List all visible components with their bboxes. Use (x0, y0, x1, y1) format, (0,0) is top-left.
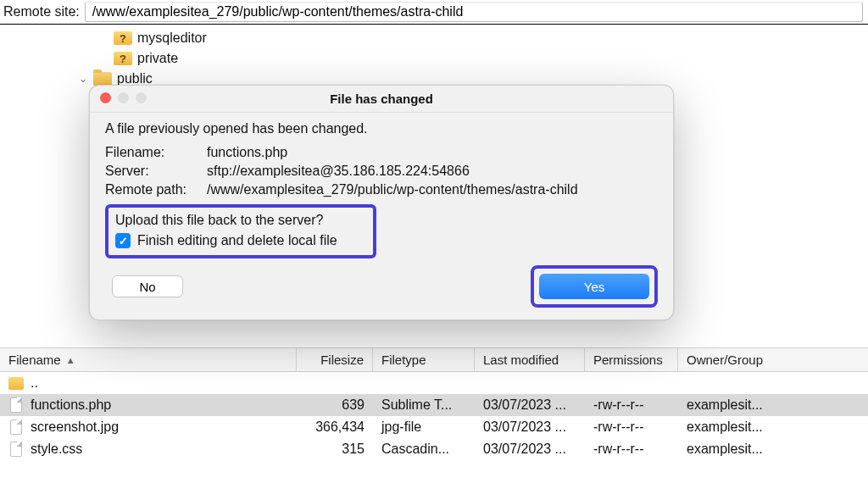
column-filesize[interactable]: Filesize (297, 348, 373, 371)
folder-unknown-icon: ? (114, 51, 132, 66)
file-name: screenshot.jpg (31, 419, 119, 435)
column-filetype[interactable]: Filetype (373, 348, 475, 371)
remote-path-input[interactable] (85, 2, 863, 22)
file-list-body: .. functions.php 639 Sublime T... 03/07/… (0, 372, 868, 460)
column-permissions[interactable]: Permissions (585, 348, 678, 371)
file-owner: examplesit... (678, 419, 788, 435)
server-label: Server: (105, 164, 207, 179)
file-name: style.css (31, 442, 82, 457)
remote-site-label: Remote site: (2, 3, 85, 21)
file-row[interactable]: functions.php 639 Sublime T... 03/07/202… (0, 394, 868, 416)
dialog-message: A file previously opened has been change… (105, 121, 658, 136)
server-value: sftp://examplesitea@35.186.185.224:54866 (207, 164, 658, 179)
finish-editing-checkbox[interactable]: ✓ Finish editing and delete local file (115, 233, 364, 248)
upload-prompt-highlight: Upload this file back to the server? ✓ F… (105, 204, 376, 258)
file-row[interactable]: style.css 315 Cascadin... 03/07/2023 ...… (0, 438, 868, 460)
file-permissions: -rw-r--r-- (585, 397, 678, 413)
chevron-down-icon[interactable]: ⌄ (73, 73, 93, 85)
checkbox-checked-icon: ✓ (115, 233, 131, 248)
yes-button[interactable]: Yes (539, 274, 649, 299)
remote-path-value: /www/examplesitea_279/public/wp-content/… (207, 182, 658, 197)
file-icon (8, 397, 24, 414)
column-label: Owner/Group (687, 353, 763, 367)
column-label: Permissions (593, 353, 663, 367)
tree-item[interactable]: ? mysqleditor (68, 28, 868, 48)
remote-path-label: Remote path: (105, 182, 207, 197)
file-list-header: Filename ▲ Filesize Filetype Last modifi… (0, 348, 868, 372)
file-row[interactable]: screenshot.jpg 366,434 jpg-file 03/07/20… (0, 416, 868, 438)
filename-value: functions.php (207, 145, 658, 160)
column-owner[interactable]: Owner/Group (678, 348, 788, 371)
file-icon (8, 419, 24, 436)
dialog-title: File has changed (330, 92, 433, 106)
yes-button-highlight: Yes (531, 265, 658, 308)
filename-label: Filename: (105, 145, 207, 160)
sort-asc-icon: ▲ (66, 355, 75, 365)
file-type: Sublime T... (373, 397, 475, 413)
close-icon[interactable] (100, 92, 111, 103)
file-changed-dialog: File has changed A file previously opene… (89, 85, 674, 320)
checkbox-label: Finish editing and delete local file (137, 233, 337, 248)
tree-item-label: private (137, 51, 178, 66)
no-button[interactable]: No (112, 275, 183, 297)
file-permissions: -rw-r--r-- (585, 442, 678, 457)
column-label: Filesize (320, 353, 364, 367)
dialog-titlebar[interactable]: File has changed (90, 86, 673, 113)
file-modified: 03/07/2023 ... (475, 397, 585, 413)
column-label: Filename (8, 353, 61, 367)
column-label: Filetype (381, 353, 426, 367)
column-label: Last modified (483, 353, 559, 367)
tree-item-label: mysqleditor (137, 31, 207, 46)
file-icon (8, 441, 24, 458)
file-modified: 03/07/2023 ... (475, 419, 585, 435)
file-type: Cascadin... (373, 442, 475, 457)
dialog-buttons: No Yes (105, 265, 658, 308)
column-modified[interactable]: Last modified (475, 348, 585, 371)
upload-question: Upload this file back to the server? (115, 213, 364, 228)
file-size: 639 (297, 397, 373, 413)
folder-up-icon (8, 375, 24, 392)
file-size: 366,434 (297, 419, 373, 435)
window-controls (100, 92, 147, 103)
file-permissions: -rw-r--r-- (585, 419, 678, 435)
file-size: 315 (297, 442, 373, 457)
column-filename[interactable]: Filename ▲ (0, 348, 297, 371)
file-modified: 03/07/2023 ... (475, 442, 585, 457)
minimize-icon (118, 92, 129, 103)
file-owner: examplesit... (678, 397, 788, 413)
file-name: functions.php (31, 397, 111, 413)
file-owner: examplesit... (678, 442, 788, 457)
parent-dir-row[interactable]: .. (0, 372, 868, 394)
dialog-body: A file previously opened has been change… (90, 113, 673, 319)
folder-unknown-icon: ? (114, 31, 132, 46)
tree-item[interactable]: ? private (68, 48, 868, 69)
file-type: jpg-file (373, 419, 475, 435)
file-name: .. (31, 375, 38, 391)
zoom-icon (136, 92, 147, 103)
remote-site-bar: Remote site: (0, 0, 868, 25)
remote-file-list: Filename ▲ Filesize Filetype Last modifi… (0, 347, 868, 500)
